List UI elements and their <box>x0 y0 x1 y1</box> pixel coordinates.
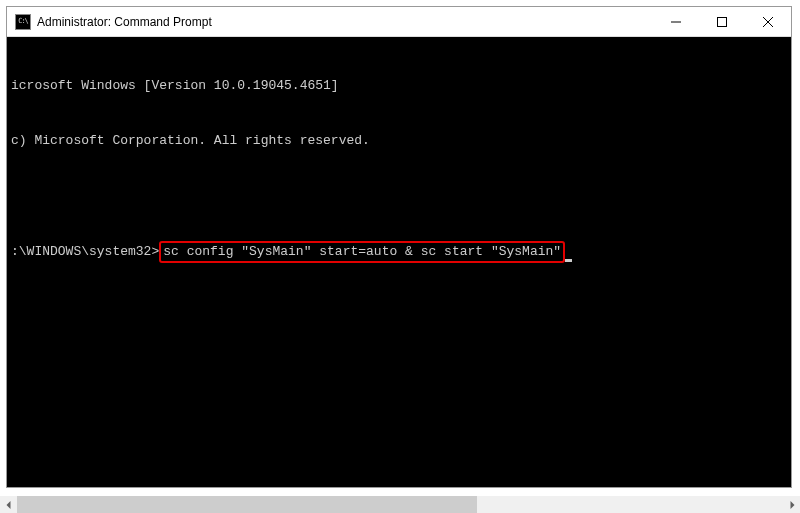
close-button[interactable] <box>745 7 791 37</box>
scroll-left-button[interactable] <box>0 496 17 513</box>
command-prompt-window: C:\ Administrator: Command Prompt icroso… <box>6 6 792 488</box>
terminal-blank-line <box>11 187 791 205</box>
cmd-icon: C:\ <box>15 14 31 30</box>
window-controls <box>653 7 791 36</box>
scroll-track[interactable] <box>17 496 783 513</box>
prompt-path: :\WINDOWS\system32> <box>11 244 159 259</box>
svg-rect-1 <box>718 18 727 27</box>
svg-marker-4 <box>6 501 10 509</box>
scroll-right-button[interactable] <box>783 496 800 513</box>
cursor <box>565 259 572 262</box>
minimize-button[interactable] <box>653 7 699 37</box>
terminal-area[interactable]: icrosoft Windows [Version 10.0.19045.465… <box>7 37 791 487</box>
scroll-thumb[interactable] <box>17 496 477 513</box>
terminal-line-copyright: c) Microsoft Corporation. All rights res… <box>11 132 791 150</box>
terminal-command-line: :\WINDOWS\system32>sc config "SysMain" s… <box>11 241 791 263</box>
titlebar[interactable]: C:\ Administrator: Command Prompt <box>7 7 791 37</box>
horizontal-scrollbar[interactable] <box>0 496 800 513</box>
command-highlight: sc config "SysMain" start=auto & sc star… <box>159 241 565 263</box>
terminal-line-version: icrosoft Windows [Version 10.0.19045.465… <box>11 77 791 95</box>
svg-marker-5 <box>790 501 794 509</box>
command-text: sc config "SysMain" start=auto & sc star… <box>163 244 561 259</box>
maximize-button[interactable] <box>699 7 745 37</box>
window-title: Administrator: Command Prompt <box>37 15 653 29</box>
